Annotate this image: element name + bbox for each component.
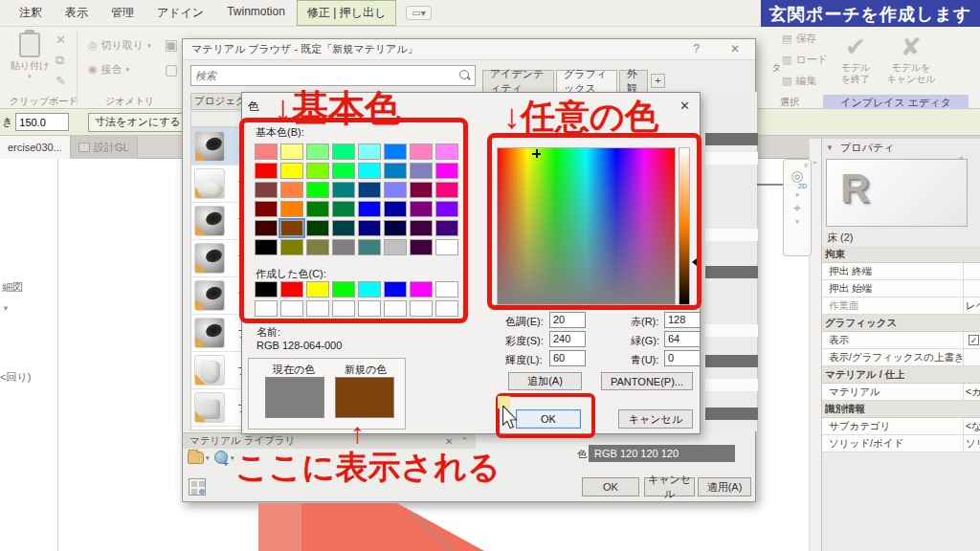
hidden-panel-fragment: タ	[771, 61, 781, 75]
property-value[interactable]: <カ	[966, 386, 980, 399]
dialog-title: 色	[248, 99, 259, 115]
visibility-checkbox[interactable]: ✓	[969, 335, 979, 345]
property-label: 押出 終端	[829, 265, 872, 278]
search-input[interactable]	[195, 67, 454, 84]
depth-input[interactable]	[15, 113, 69, 131]
edit-button[interactable]: ▧編集	[782, 74, 816, 88]
dialog-titlebar[interactable]: マテリアル ブラウザ - 既定「新規マテリアル」	[183, 39, 755, 60]
type-selector[interactable]: R	[826, 159, 968, 227]
property-label: 表示	[829, 334, 849, 347]
property-value[interactable]: レベ	[966, 299, 980, 313]
property-row[interactable]: 作業面レベ	[822, 298, 980, 315]
tab-identity[interactable]: アイデンティティ	[482, 70, 554, 92]
ok-button[interactable]: OK	[582, 477, 639, 496]
scroll-up-icon[interactable]: ⌃	[958, 156, 965, 165]
delete-icon[interactable]: ✕	[56, 33, 66, 47]
help-icon[interactable]: ?	[693, 42, 700, 55]
property-label: 拘束	[825, 248, 845, 261]
hue-label: 色調(E):	[505, 315, 544, 329]
matchtype-icon[interactable]: ✎	[56, 74, 66, 88]
ribbon-overflow-icon[interactable]: ▭▾	[406, 6, 431, 20]
menu-bar: 注釈表示管理アドインTwinmotion 修正 | 押し出し ▭▾	[0, 0, 761, 27]
library-folder-icon[interactable]	[188, 452, 204, 464]
property-section-row: マテリアル / 仕上	[822, 366, 980, 384]
clipboard-icon	[19, 33, 40, 57]
selection-label: 床 (2)	[827, 231, 854, 245]
save-button[interactable]: ▤保存	[782, 32, 816, 46]
property-row[interactable]: 表示✓	[822, 332, 980, 349]
paste-button[interactable]: 貼り付け ▾	[8, 33, 52, 92]
properties-filter-icon[interactable]: ▼	[826, 143, 834, 152]
property-value[interactable]: <な	[966, 420, 980, 433]
menu-item[interactable]: 注釈	[8, 0, 54, 26]
collapse-icon[interactable]: ⌃	[460, 436, 468, 446]
cancel-model-button[interactable]: ✘ モデルをキャンセル	[884, 33, 938, 85]
menu-item[interactable]: 表示	[54, 0, 100, 26]
tab-modify-extrusion[interactable]: 修正 | 押し出し	[297, 0, 396, 26]
void-tool-icon[interactable]: ▢	[165, 61, 178, 78]
hue-input[interactable]: 20	[549, 312, 586, 328]
cancel-button[interactable]: キャンセル	[644, 477, 695, 496]
dimension-toggle-button[interactable]: 寸法をオンにする	[88, 113, 188, 132]
pantone-button[interactable]: PANTONE(P)...	[601, 372, 693, 390]
luminance-input[interactable]: 60	[549, 350, 586, 366]
chevron-down-icon[interactable]: ▾	[795, 191, 799, 199]
load-button[interactable]: ▥ロード	[782, 53, 828, 67]
view-tab[interactable]: 設計GL	[71, 136, 138, 159]
red-input[interactable]: 128	[664, 312, 701, 328]
cut-geometry-button[interactable]: ◎ 切り取り ▾	[88, 38, 151, 53]
browser-fragment-2: ▼	[2, 304, 10, 313]
scroll-up-icon[interactable]: ⌃	[812, 161, 818, 169]
view-tab[interactable]: ercise030...	[0, 136, 71, 159]
chevron-down-icon[interactable]: ▾	[231, 454, 234, 462]
menu-item[interactable]: アドイン	[145, 0, 215, 26]
add-tab-button[interactable]: +	[651, 74, 665, 88]
tab-graphics[interactable]: グラフィックス	[556, 70, 617, 92]
join-geometry-button[interactable]: ◉ 接合 ▾	[88, 62, 129, 77]
chevron-down-icon[interactable]: ▾	[206, 454, 210, 462]
property-value[interactable]: ソリ	[966, 437, 980, 451]
property-row[interactable]: 表示/グラフィックスの上書き	[822, 349, 980, 366]
menu-item[interactable]: 管理	[100, 0, 145, 26]
close-icon[interactable]: ⊗	[803, 162, 809, 169]
properties-title: プロパティ	[840, 141, 894, 155]
add-to-custom-button[interactable]: 追加(A)	[508, 372, 582, 390]
tab-appearance[interactable]: 外観	[619, 70, 648, 92]
browser-fragment-1: 細図	[2, 280, 23, 295]
property-row[interactable]: 押出 始端	[822, 280, 980, 298]
floor-geometry[interactable]	[254, 502, 489, 551]
property-row[interactable]: 押出 終端	[822, 263, 980, 280]
finish-model-button[interactable]: ✔ モデルを終了	[831, 33, 880, 85]
red-label: 赤(R):	[631, 315, 658, 329]
apply-button[interactable]: 適用(A)	[698, 477, 751, 496]
close-icon[interactable]: ✕	[679, 99, 690, 113]
green-input[interactable]: 64	[664, 331, 701, 347]
property-row[interactable]: ソリッド/ボイドソリ	[822, 435, 980, 452]
view-icon	[78, 143, 90, 152]
saturation-input[interactable]: 240	[549, 331, 586, 347]
annotation-box-basic-colors	[239, 118, 468, 323]
options-dot-icon[interactable]: ◌	[803, 245, 808, 253]
material-thumbnail	[194, 168, 225, 199]
navigation-bar[interactable]: ⊗ ◎ 2D ▾ ⌖ ▾ ◌	[783, 159, 812, 256]
property-label: マテリアル / 仕上	[825, 368, 904, 382]
annotation-box-gradient	[487, 133, 702, 310]
inplace-editor-label: インプレイス エディタ	[823, 95, 969, 110]
close-icon[interactable]: ✕	[730, 42, 740, 55]
group-clipboard-label: クリップボード	[10, 95, 78, 108]
clipboard-mini-tools[interactable]: ✕ ⧉ ✎	[56, 33, 66, 88]
property-section-row: 拘束	[822, 246, 980, 263]
close-icon[interactable]: ✕	[445, 436, 453, 447]
color-field-value[interactable]: RGB 120 120 120	[589, 445, 735, 462]
property-row[interactable]: マテリアル<カ	[822, 384, 980, 401]
menu-item[interactable]: Twinmotion	[215, 0, 297, 26]
zoom-tool-icon[interactable]: ⌖	[793, 201, 800, 216]
cancel-button[interactable]: キャンセル	[618, 409, 693, 429]
search-box[interactable]	[190, 65, 476, 86]
chevron-down-icon[interactable]: ▾	[795, 218, 799, 226]
asset-browser-icon[interactable]	[189, 478, 206, 496]
solid-tool-icon[interactable]: ▣	[165, 36, 178, 54]
property-row[interactable]: サブカテゴリ<な	[822, 418, 980, 435]
copy-icon[interactable]: ⧉	[56, 53, 66, 68]
blue-input[interactable]: 0	[664, 350, 701, 366]
